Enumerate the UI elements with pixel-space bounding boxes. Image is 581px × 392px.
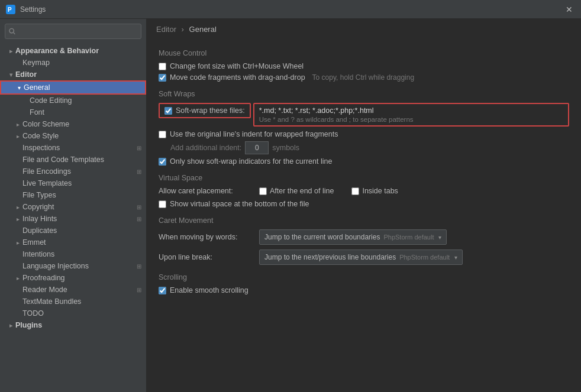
soft-wrap-hint: Use * and ? as wildcards and ; to separa… (259, 116, 563, 123)
arrow-icon (7, 71, 14, 78)
badge-icon: ⊞ (137, 145, 141, 151)
setting-show-indicators: Only show soft-wrap indicators for the c… (159, 157, 569, 166)
sidebar-item-duplicates[interactable]: Duplicates (0, 225, 146, 237)
sidebar-item-appearance[interactable]: Appearance & Behavior (0, 45, 146, 57)
sidebar-item-label: File Types (22, 191, 141, 199)
sidebar-item-label: Color Scheme (22, 120, 141, 128)
search-box[interactable] (5, 24, 141, 39)
inside-tabs-checkbox[interactable] (351, 187, 359, 195)
after-eol-text: After the end of line (270, 187, 334, 195)
search-input[interactable] (18, 27, 137, 35)
soft-wrap-label: Soft-wrap these files: (176, 106, 245, 115)
sidebar-item-file-types[interactable]: File Types (0, 189, 146, 201)
soft-wrap-row: Soft-wrap these files: Use * and ? as wi… (159, 103, 569, 127)
badge-icon: ⊞ (137, 216, 141, 222)
badge-icon: ⊞ (137, 263, 141, 270)
sidebar-item-label: Language Injections (22, 262, 134, 270)
ctrl-wheel-text: Change font size with Ctrl+Mouse Wheel (170, 62, 304, 70)
sidebar-item-inspections[interactable]: Inspections ⊞ (0, 142, 146, 154)
virtual-bottom-text: Show virtual space at the bottom of the … (170, 200, 309, 208)
original-indent-label[interactable]: Use the original line's indent for wrapp… (159, 130, 338, 138)
sidebar-item-label: Inlay Hints (22, 215, 134, 223)
sidebar-item-label: Proofreading (22, 274, 141, 282)
moving-words-row: When moving by words: Jump to the curren… (159, 229, 569, 245)
original-indent-text: Use the original line's indent for wrapp… (170, 130, 338, 138)
sidebar-item-copyright[interactable]: Copyright ⊞ (0, 201, 146, 213)
section-soft-wraps: Soft Wraps (159, 90, 569, 98)
drag-drop-label[interactable]: Move code fragments with drag-and-drop (159, 73, 305, 82)
badge-icon: ⊞ (137, 169, 141, 175)
dropdown-arrow-icon: ▾ (438, 234, 441, 241)
line-break-label: Upon line break: (159, 253, 253, 261)
sidebar-item-plugins[interactable]: Plugins (0, 319, 146, 331)
sidebar-item-label: Appearance & Behavior (15, 47, 141, 55)
line-break-dropdown[interactable]: Jump to the next/previous line boundarie… (259, 250, 463, 265)
sidebar-item-file-encodings[interactable]: File Encodings ⊞ (0, 166, 146, 177)
setting-original-indent: Use the original line's indent for wrapp… (159, 130, 569, 138)
line-break-hint: PhpStorm default (399, 254, 450, 261)
soft-wrap-checkbox[interactable] (164, 107, 172, 115)
drag-drop-checkbox[interactable] (159, 74, 166, 82)
setting-ctrl-wheel: Change font size with Ctrl+Mouse Wheel (159, 62, 569, 70)
svg-point-2 (9, 28, 14, 33)
soft-wrap-checkbox-box: Soft-wrap these files: (159, 103, 251, 118)
title-bar: P Settings ✕ (0, 0, 581, 19)
inside-tabs-label[interactable]: Inside tabs (351, 187, 398, 195)
sidebar-item-label: Plugins (15, 321, 141, 329)
sidebar-item-label: Code Editing (30, 96, 141, 105)
breadcrumb-parent: Editor (156, 25, 176, 34)
show-indicators-label[interactable]: Only show soft-wrap indicators for the c… (159, 157, 332, 166)
sidebar-item-keymap[interactable]: Keymap (0, 57, 146, 69)
sidebar-item-general[interactable]: General (0, 80, 146, 95)
setting-smooth-scroll: Enable smooth scrolling (159, 286, 569, 294)
sidebar-item-label: TODO (22, 309, 141, 318)
badge-icon: ⊞ (137, 204, 141, 210)
ctrl-wheel-label[interactable]: Change font size with Ctrl+Mouse Wheel (159, 62, 304, 70)
sidebar-item-emmet[interactable]: Emmet (0, 237, 146, 248)
show-indicators-checkbox[interactable] (159, 158, 166, 166)
original-indent-checkbox[interactable] (159, 131, 166, 138)
add-indent-input[interactable] (245, 141, 269, 154)
line-break-value: Jump to the next/previous line boundarie… (264, 253, 396, 261)
sidebar-item-language-injections[interactable]: Language Injections ⊞ (0, 260, 146, 272)
virtual-bottom-checkbox[interactable] (159, 200, 166, 208)
drag-drop-hint: To copy, hold Ctrl while dragging (312, 73, 415, 82)
sidebar-item-editor[interactable]: Editor (0, 69, 146, 80)
sidebar-item-code-editing[interactable]: Code Editing (0, 95, 146, 106)
indent-symbols-label: symbols (272, 144, 299, 152)
sidebar-item-textmate-bundles[interactable]: TextMate Bundles (0, 296, 146, 307)
sidebar-item-code-style[interactable]: Code Style (0, 130, 146, 142)
virtual-bottom-label[interactable]: Show virtual space at the bottom of the … (159, 200, 309, 208)
sidebar-item-live-templates[interactable]: Live Templates (0, 177, 146, 189)
smooth-scroll-text: Enable smooth scrolling (170, 286, 248, 294)
close-button[interactable]: ✕ (563, 4, 575, 15)
moving-words-dropdown[interactable]: Jump to the current word boundaries PhpS… (259, 229, 447, 245)
ctrl-wheel-checkbox[interactable] (159, 63, 166, 70)
sidebar-item-todo[interactable]: TODO (0, 307, 146, 319)
after-eol-checkbox[interactable] (259, 187, 267, 195)
add-indent-row: Add additional indent: symbols (159, 141, 569, 154)
svg-text:P: P (8, 7, 12, 13)
sidebar-item-font[interactable]: Font (0, 106, 146, 118)
svg-line-3 (14, 33, 15, 34)
sidebar-item-reader-mode[interactable]: Reader Mode ⊞ (0, 284, 146, 296)
sidebar-item-inlay-hints[interactable]: Inlay Hints ⊞ (0, 213, 146, 225)
sidebar-item-label: TextMate Bundles (22, 297, 141, 306)
caret-placement-row: Allow caret placement: After the end of … (159, 187, 569, 195)
smooth-scroll-checkbox[interactable] (159, 287, 166, 294)
moving-words-value: Jump to the current word boundaries (264, 233, 380, 241)
sidebar-item-intentions[interactable]: Intentions (0, 248, 146, 260)
sidebar-item-label: General (24, 83, 140, 92)
soft-wrap-input[interactable] (259, 106, 563, 115)
sidebar-item-label: Copyright (22, 203, 134, 211)
after-eol-label[interactable]: After the end of line (259, 187, 334, 195)
badge-icon: ⊞ (137, 287, 141, 293)
sidebar-item-label: Font (30, 108, 141, 116)
sidebar-item-label: Emmet (22, 238, 141, 247)
sidebar-item-proofreading[interactable]: Proofreading (0, 272, 146, 284)
sidebar-item-file-code-templates[interactable]: File and Code Templates (0, 154, 146, 166)
sidebar-item-color-scheme[interactable]: Color Scheme (0, 118, 146, 130)
smooth-scroll-label[interactable]: Enable smooth scrolling (159, 286, 248, 294)
app-icon: P (6, 5, 15, 14)
section-virtual-space: Virtual Space (159, 174, 569, 182)
